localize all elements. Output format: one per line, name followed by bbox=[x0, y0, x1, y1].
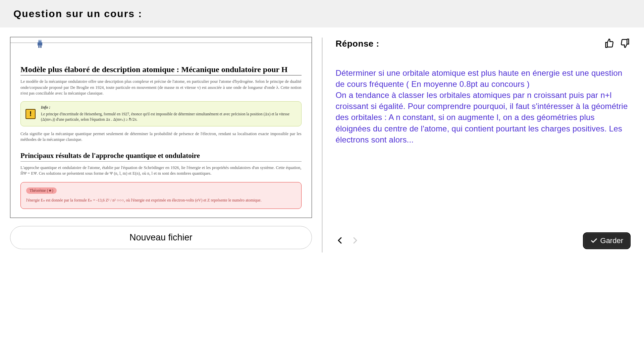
document-inner: Modèle plus élaboré de description atomi… bbox=[10, 43, 312, 216]
doc-paragraph-1: Le modèle de la mécanique ondulatoire of… bbox=[20, 79, 302, 97]
info-text: Le principe d'incertitude de Heisenberg,… bbox=[41, 111, 297, 122]
svg-rect-2 bbox=[38, 46, 40, 48]
svg-rect-3 bbox=[40, 46, 42, 48]
check-icon bbox=[590, 237, 598, 244]
page-title: Question sur un cours : bbox=[13, 8, 631, 19]
svg-rect-4 bbox=[39, 41, 40, 41]
svg-rect-5 bbox=[40, 41, 41, 41]
document-preview: Modèle plus élaboré de description atomi… bbox=[10, 37, 312, 218]
theorem-callout: Théorème (★) l'énergie Eₙ est donnée par… bbox=[20, 182, 302, 209]
thumbs-up-button[interactable] bbox=[604, 38, 615, 50]
feedback-buttons bbox=[604, 38, 631, 50]
nav-arrows bbox=[336, 236, 359, 246]
response-header: Réponse : bbox=[336, 38, 631, 50]
theorem-text: l'énergie Eₙ est donnée par la formule E… bbox=[26, 197, 296, 203]
info-callout: ! Info : Le principe d'incertitude de He… bbox=[20, 101, 302, 126]
right-panel: Réponse : Déterminer si une orbitale ato… bbox=[322, 27, 644, 256]
bottom-bar: Garder bbox=[336, 232, 631, 249]
heading-underline bbox=[20, 75, 302, 75]
left-panel: Modèle plus élaboré de description atomi… bbox=[0, 27, 322, 256]
prev-button[interactable] bbox=[336, 236, 344, 246]
new-file-button[interactable]: Nouveau fichier bbox=[10, 226, 312, 249]
chevron-left-icon bbox=[336, 236, 343, 244]
chevron-right-icon bbox=[352, 236, 359, 244]
theorem-badge: Théorème (★) bbox=[26, 187, 57, 194]
header: Question sur un cours : bbox=[0, 0, 644, 27]
doc-paragraph-2: Cela signifie que la mécanique quantique… bbox=[20, 131, 302, 143]
thumbs-down-icon bbox=[620, 38, 630, 48]
exclamation-icon: ! bbox=[25, 109, 36, 119]
doc-heading-2: Principaux résultats de l'approche quant… bbox=[20, 152, 302, 160]
info-label: Info : bbox=[41, 105, 297, 110]
doc-title-divider-top bbox=[10, 41, 312, 43]
svg-rect-0 bbox=[38, 40, 41, 42]
response-title: Réponse : bbox=[336, 39, 379, 49]
doc-heading-1: Modèle plus élaboré de description atomi… bbox=[20, 64, 302, 74]
character-icon bbox=[35, 39, 45, 49]
keep-button-label: Garder bbox=[600, 236, 623, 245]
doc-paragraph-3: L'approche quantique et ondulatoire de l… bbox=[20, 165, 302, 177]
thumbs-up-icon bbox=[604, 38, 614, 48]
thumbs-down-button[interactable] bbox=[619, 38, 631, 50]
keep-button[interactable]: Garder bbox=[583, 232, 631, 249]
svg-rect-1 bbox=[38, 42, 42, 45]
response-body: Déterminer si une orbitale atomique est … bbox=[336, 67, 631, 224]
heading2-container: Principaux résultats de l'approche quant… bbox=[20, 152, 302, 162]
main-content: Modèle plus élaboré de description atomi… bbox=[0, 27, 644, 256]
next-button[interactable] bbox=[351, 236, 359, 246]
